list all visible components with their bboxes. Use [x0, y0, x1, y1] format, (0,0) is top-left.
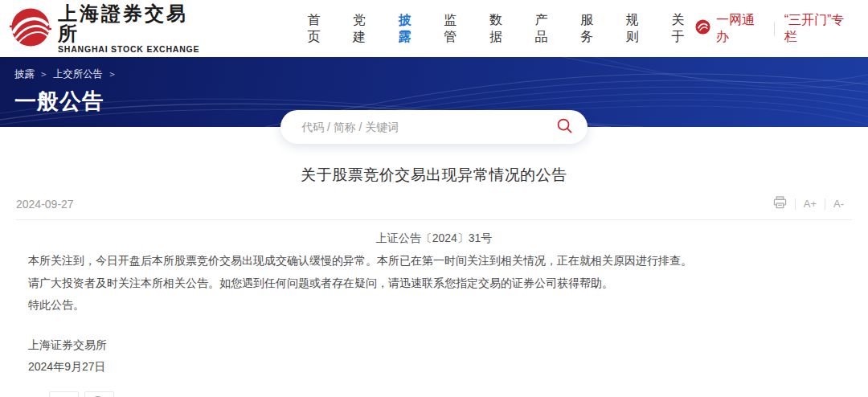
quick-links: 一网通办 “三开门”专栏 [695, 12, 854, 46]
nav-products[interactable]: 产品 [535, 12, 559, 46]
font-decrease-button[interactable]: A- [833, 198, 844, 210]
logo-text: 上海證券交易所 SHANGHAI STOCK EXCHANGE [58, 3, 201, 54]
nav-about[interactable]: 关于 [671, 12, 695, 46]
yiwangtongban-link[interactable]: 一网通办 [695, 12, 764, 46]
article-paragraph: 特此公告。 [0, 294, 868, 317]
logo-cn-text: 上海證券交易所 [58, 3, 201, 43]
nav-home[interactable]: 首页 [307, 12, 331, 46]
tools-divider [825, 198, 825, 210]
breadcrumb: 披露 > 上交所公告 > [14, 68, 868, 81]
share-weibo-button[interactable] [49, 391, 79, 397]
breadcrumb-chevron-icon: > [109, 69, 115, 80]
search-box [280, 110, 588, 144]
yiwangtongban-icon [695, 19, 710, 38]
breadcrumb-sse-announcements[interactable]: 上交所公告 [53, 68, 104, 81]
article-paragraph: 请广大投资者及时关注本所相关公告。如您遇到任何问题或者存在疑问，请迅速联系您指定… [0, 272, 868, 295]
nav-party[interactable]: 党建 [353, 12, 377, 46]
nav-rules[interactable]: 规则 [626, 12, 650, 46]
font-increase-button[interactable]: A+ [804, 198, 817, 210]
nav-data[interactable]: 数据 [489, 12, 514, 46]
print-button[interactable] [773, 196, 787, 211]
nav-disclosure[interactable]: 披露 [399, 12, 423, 46]
sse-logo-icon [10, 6, 51, 51]
search-button[interactable] [555, 116, 575, 138]
article-signature: 上海证券交易所 [0, 334, 868, 357]
logo-en-text: SHANGHAI STOCK EXCHANGE [58, 44, 201, 54]
share-wechat-button[interactable] [84, 391, 114, 397]
article-title: 关于股票竞价交易出现异常情况的公告 [0, 165, 868, 186]
nav-services[interactable]: 服务 [580, 12, 604, 46]
share-row: 分享: [20, 391, 868, 397]
quick-links-divider [774, 22, 775, 36]
doc-number: 上证公告〔2024〕31号 [0, 231, 868, 246]
article-sign-date: 2024年9月27日 [0, 356, 868, 379]
article-date: 2024-09-27 [16, 198, 74, 211]
sankaimen-link[interactable]: “三开门”专栏 [784, 12, 854, 46]
search-icon [556, 117, 573, 137]
meta-divider [16, 219, 852, 220]
article: 关于股票竞价交易出现异常情况的公告 2024-09-27 A+ A- 上证公告〔 [0, 165, 868, 397]
tools-divider [795, 198, 796, 210]
breadcrumb-disclosure[interactable]: 披露 [14, 68, 35, 81]
nav-regulation[interactable]: 监管 [444, 12, 468, 46]
search-input[interactable] [301, 121, 555, 133]
article-meta-row: 2024-09-27 A+ A- [0, 196, 868, 211]
header: 上海證券交易所 SHANGHAI STOCK EXCHANGE 首页 党建 披露… [0, 0, 868, 57]
main-nav: 首页 党建 披露 监管 数据 产品 服务 规则 关于 [307, 12, 695, 46]
sse-logo[interactable]: 上海證券交易所 SHANGHAI STOCK EXCHANGE [10, 3, 201, 54]
yiwangtongban-label: 一网通办 [716, 12, 764, 46]
article-tools: A+ A- [773, 196, 844, 211]
breadcrumb-chevron-icon: > [41, 69, 47, 80]
article-paragraph: 本所关注到，今日开盘后本所股票竞价交易出现成交确认缓慢的异常。本所已在第一时间关… [0, 250, 868, 272]
printer-icon [773, 196, 787, 211]
